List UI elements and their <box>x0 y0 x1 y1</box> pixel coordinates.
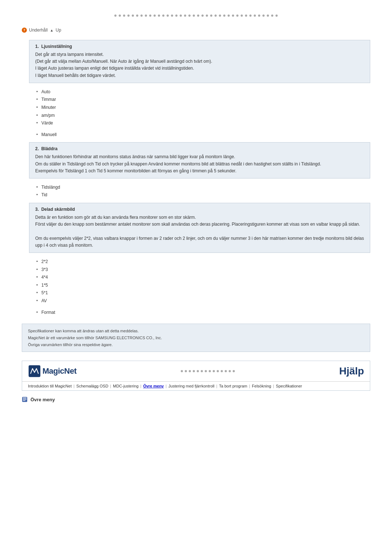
list-item: Auto <box>36 88 370 96</box>
dot <box>241 15 243 17</box>
breadcrumb-arrow: ▲ <box>50 28 53 32</box>
dot <box>197 15 199 17</box>
bullet-list-3: 2*2 3*3 4*4 1*5 5*1 AV <box>36 258 370 305</box>
list-item: 5*1 <box>36 289 370 297</box>
dot <box>236 15 238 17</box>
dot <box>201 370 203 372</box>
dot <box>215 15 217 17</box>
section-title-3: 3. Delad skärmbild <box>35 207 364 212</box>
dot <box>189 370 191 372</box>
section-number-1: 1. <box>35 44 39 49</box>
top-dots-row <box>22 15 370 17</box>
nav-separator: | <box>273 384 274 388</box>
dot <box>221 370 223 372</box>
dot <box>184 15 186 17</box>
list-item: 2*2 <box>36 258 370 266</box>
dot <box>185 370 187 372</box>
section-number-3: 3. <box>35 207 39 212</box>
bullet-list-1: Auto Timmar Minuter am/pm Värde <box>36 88 370 127</box>
section-label-2: Bläddra <box>41 146 58 151</box>
nav-separator: | <box>216 384 217 388</box>
nav-link[interactable]: Övre meny <box>143 384 164 388</box>
svg-rect-4 <box>23 401 25 401</box>
breadcrumb-link[interactable]: Underhåll <box>29 28 48 33</box>
nav-link[interactable]: MDC-justering <box>113 384 138 388</box>
dot <box>114 15 117 17</box>
nav-links: Introduktion till MagicNet | Schemalägg … <box>22 382 370 390</box>
svg-rect-2 <box>23 398 26 398</box>
bottom-title-text: Övre meny <box>30 397 55 402</box>
bullet-list-2: Tidslängd Tid <box>36 184 370 199</box>
section-number-2: 2. <box>35 146 39 151</box>
dot <box>232 15 234 17</box>
list-item: 4*4 <box>36 274 370 282</box>
list-item: am/pm <box>36 112 370 120</box>
nav-header-row: MagicNet Hjälp <box>22 361 370 382</box>
dot <box>249 15 252 17</box>
footer-line-3: Övriga varumärken tillhör sina respektiv… <box>28 341 364 348</box>
bullet-list-manuell: Manuell <box>36 131 370 139</box>
dot <box>271 15 273 17</box>
dot <box>213 370 215 372</box>
breadcrumb-icon: 7 <box>22 28 27 33</box>
footer-line-2: MagicNet är ett varumärke som tillhör SA… <box>28 335 364 341</box>
dot <box>123 15 125 17</box>
dot <box>167 15 169 17</box>
section-box-1: 1. Ljusinställning Det går att styra lam… <box>29 40 370 83</box>
dot <box>193 15 195 17</box>
list-item: Minuter <box>36 104 370 112</box>
list-item: Tidslängd <box>36 184 370 192</box>
list-item: 1*5 <box>36 282 370 290</box>
dot <box>245 15 247 17</box>
dot <box>197 370 199 372</box>
nav-link[interactable]: Justering med fjärrkontroll <box>168 384 215 388</box>
dot <box>223 15 225 17</box>
dot <box>229 370 231 372</box>
dot <box>275 15 278 17</box>
list-item: AV <box>36 297 370 305</box>
dot <box>180 15 182 17</box>
dot <box>136 15 138 17</box>
footer-notice: Specifikationer kan komma att ändras uta… <box>22 324 370 352</box>
section-title-1: 1. Ljusinställning <box>35 44 364 49</box>
hjälp-title: Hjälp <box>339 365 364 377</box>
dot <box>188 15 191 17</box>
nav-separator: | <box>140 384 142 388</box>
footer-line-1: Specifikationer kan komma att ändras uta… <box>28 328 364 335</box>
list-item: Tid <box>36 191 370 199</box>
nav-link[interactable]: Introduktion till MagicNet <box>28 384 72 388</box>
bottom-section-title: Övre meny <box>22 397 370 402</box>
list-item: Manuell <box>36 131 370 139</box>
breadcrumb-up[interactable]: Up <box>56 28 61 33</box>
nav-link[interactable]: Ta bort program <box>219 384 248 388</box>
dot <box>225 370 227 372</box>
dot <box>162 15 164 17</box>
dot <box>175 15 177 17</box>
dot <box>219 15 221 17</box>
list-item: 3*3 <box>36 266 370 274</box>
dot <box>228 15 230 17</box>
dot <box>193 370 195 372</box>
dot <box>267 15 269 17</box>
nav-separator: | <box>166 384 167 388</box>
dot <box>209 370 211 372</box>
list-item: Timmar <box>36 96 370 104</box>
section-label-1: Ljusinställning <box>41 44 72 49</box>
page-icon <box>22 397 28 402</box>
breadcrumb: 7 Underhåll ▲ Up <box>22 28 370 33</box>
dot <box>127 15 130 17</box>
nav-link[interactable]: Specifikationer <box>276 384 302 388</box>
dot <box>158 15 160 17</box>
dot <box>119 15 121 17</box>
svg-rect-0 <box>29 365 40 377</box>
dot <box>205 370 207 372</box>
section-text-1: Det går att styra lampans intensitet. (D… <box>35 51 364 79</box>
nav-separator: | <box>110 384 111 388</box>
dot <box>149 15 151 17</box>
dot <box>258 15 260 17</box>
nav-link[interactable]: Felsökning <box>252 384 271 388</box>
list-item: Värde <box>36 119 370 127</box>
section-text-3: Detta är en funktion som gör att du kan … <box>35 214 364 249</box>
section-label-3: Delad skärmbild <box>41 207 75 212</box>
nav-link[interactable]: Schemalägg OSD <box>76 384 108 388</box>
